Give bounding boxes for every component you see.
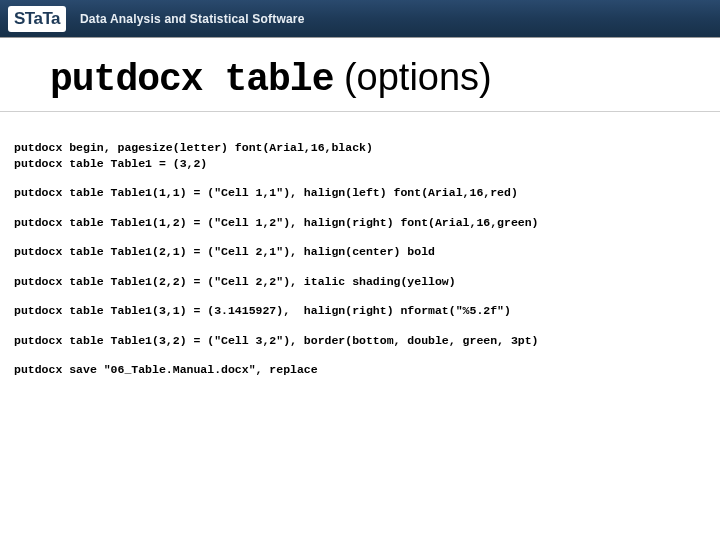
code-line: putdocx table Table1(2,2) = ("Cell 2,2")… bbox=[14, 274, 706, 290]
code-line: putdocx save "06_Table.Manual.docx", rep… bbox=[14, 362, 706, 378]
banner: STaTa Data Analysis and Statistical Soft… bbox=[0, 0, 720, 38]
code-line: putdocx begin, pagesize(letter) font(Ari… bbox=[14, 140, 706, 156]
code-block: putdocx begin, pagesize(letter) font(Ari… bbox=[0, 140, 720, 378]
logo-text: STaTa bbox=[14, 9, 60, 29]
slide-title: putdocx table (options) bbox=[0, 38, 720, 112]
code-line: putdocx table Table1(2,1) = ("Cell 2,1")… bbox=[14, 244, 706, 260]
title-options-part: (options) bbox=[344, 56, 492, 98]
title-code-part: putdocx table bbox=[50, 58, 333, 101]
code-line: putdocx table Table1(1,1) = ("Cell 1,1")… bbox=[14, 185, 706, 201]
code-line: putdocx table Table1 = (3,2) bbox=[14, 156, 706, 172]
code-line: putdocx table Table1(3,2) = ("Cell 3,2")… bbox=[14, 333, 706, 349]
code-line: putdocx table Table1(3,1) = (3.1415927),… bbox=[14, 303, 706, 319]
code-line: putdocx table Table1(1,2) = ("Cell 1,2")… bbox=[14, 215, 706, 231]
stata-logo: STaTa bbox=[8, 6, 66, 32]
tagline: Data Analysis and Statistical Software bbox=[80, 12, 305, 26]
